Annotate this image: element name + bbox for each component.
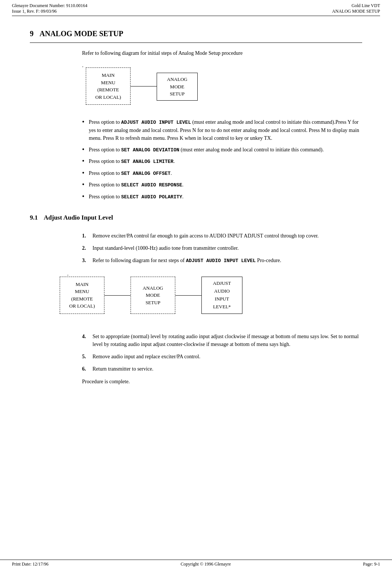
bullet-text-2: Press option to SET ANALOG DEVIATION (mu… <box>89 146 362 154</box>
step-2: 2. Input standard-level (1000-Hz) audio … <box>82 244 362 252</box>
subsection-title: Adjust Audio Input Level <box>44 214 113 221</box>
bullet-item-6: • Press option to SELECT AUDIO POLARITY. <box>82 193 362 201</box>
bullet-dot-5: • <box>82 181 89 189</box>
step-4-num: 4. <box>82 333 92 348</box>
bullet-dot-4: • <box>82 169 89 177</box>
bullet-mono-1: ADJUST AUDIO INPUT LEVEL <box>121 120 191 125</box>
section-title: ANALOG MODE SETUP <box>40 29 123 38</box>
bullet-item-5: • Press option to SELECT AUDIO RESPONSE. <box>82 181 362 189</box>
footer-copyright: Copyright © 1996 Glenayre <box>181 561 231 567</box>
bullet-mono-6: SELECT AUDIO POLARITY <box>121 194 182 200</box>
section-number: 9 <box>30 29 34 38</box>
bullet-mono-3: SET ANALOG LIMITER <box>121 159 173 164</box>
numbered-list: 1. Remove exciter/PA control far enough … <box>82 232 362 265</box>
diagram2-arrow1 <box>104 295 131 296</box>
numbered-list-2: 4. Set to appropriate (normal) level by … <box>82 333 362 373</box>
page-footer: Print Date: 12/17/96 Copyright © 1996 Gl… <box>0 560 392 567</box>
bullet-text-4: Press option to SET ANALOG OFFSET. <box>89 169 362 177</box>
step-6-text: Return transmitter to service. <box>92 365 362 373</box>
step-2-text: Input standard-level (1000-Hz) audio ton… <box>92 244 362 252</box>
diagram2-dot: . <box>67 271 69 277</box>
bullet-text-3: Press option to SET ANALOG LIMITER. <box>89 157 362 166</box>
header-doc-number: Glenayre Document Number: 9110.00164 <box>12 3 87 9</box>
step-1-text: Remove exciter/PA control far enough to … <box>92 232 362 240</box>
step-3-mono: ADJUST AUDIO INPUT LEVEL <box>186 258 255 264</box>
step-3-num: 3. <box>82 256 92 265</box>
bullet-list: • Press option to ADJUST AUDIO INPUT LEV… <box>82 118 362 201</box>
bullet-item-1: • Press option to ADJUST AUDIO INPUT LEV… <box>82 118 362 142</box>
header-issue: Issue 1, Rev. F: 09/03/96 <box>12 9 87 14</box>
bullet-dot-6: • <box>82 193 89 201</box>
bullet-item-3: • Press option to SET ANALOG LIMITER. <box>82 157 362 166</box>
step-4: 4. Set to appropriate (normal) level by … <box>82 333 362 348</box>
step-2-num: 2. <box>82 244 92 252</box>
diagram1-dot: . <box>82 62 84 69</box>
diagram1-main-menu-label: MAINMENU(REMOTEOR LOCAL) <box>86 67 131 105</box>
page-header: Glenayre Document Number: 9110.00164 Iss… <box>0 0 392 16</box>
bullet-dot-2: • <box>82 146 89 154</box>
bullet-item-4: • Press option to SET ANALOG OFFSET. <box>82 169 362 177</box>
main-content: 9 ANALOG MODE SETUP Refer to following d… <box>0 16 392 392</box>
step-6: 6. Return transmitter to service. <box>82 365 362 373</box>
header-section-name: ANALOG MODE SETUP <box>332 9 380 14</box>
diagram1-analog-mode-box: ANALOGMODESETUP <box>157 73 198 101</box>
procedure-complete: Procedure is complete. <box>82 379 362 385</box>
diagram2-adjust-box: ADJUSTAUDIOINPUTLEVEL* <box>201 277 242 314</box>
step-5-text: Remove audio input and replace exciter/P… <box>92 353 362 361</box>
intro-text: Refer to following diagram for initial s… <box>82 50 362 56</box>
step-1: 1. Remove exciter/PA control far enough … <box>82 232 362 240</box>
header-right: Gold Line VDT ANALOG MODE SETUP <box>332 3 380 14</box>
bullet-mono-2: SET ANALOG DEVIATION <box>121 147 179 153</box>
header-product: Gold Line VDT <box>332 3 380 9</box>
diagram-2: . MAINMENU(REMOTEOR LOCAL) ANALOGMODESET… <box>45 271 362 327</box>
diagram2-arrow2 <box>175 295 201 296</box>
step-3: 3. Refer to following diagram for next s… <box>82 256 362 265</box>
bullet-text-5: Press option to SELECT AUDIO RESPONSE. <box>89 181 362 189</box>
step-1-num: 1. <box>82 232 92 240</box>
bullet-dot-3: • <box>82 157 89 166</box>
bullet-mono-5: SELECT AUDIO RESPONSE <box>121 182 182 188</box>
diagram-1: . MAINMENU(REMOTEOR LOCAL) ANALOGMODESET… <box>82 62 362 111</box>
bullet-dot-1: • <box>82 118 89 142</box>
bullet-mono-4: SET ANALOG OFFSET <box>121 171 171 176</box>
bullet-item-2: • Press option to SET ANALOG DEVIATION (… <box>82 146 362 154</box>
bullet-text-6: Press option to SELECT AUDIO POLARITY. <box>89 193 362 201</box>
subsection-number: 9.1 <box>30 214 38 221</box>
step-4-text: Set to appropriate (normal) level by rot… <box>92 333 362 348</box>
section-rule <box>30 42 362 43</box>
step-6-num: 6. <box>82 365 92 373</box>
bullet-text-1: Press option to ADJUST AUDIO INPUT LEVEL… <box>89 118 362 142</box>
footer-page-number: Page: 9-1 <box>363 561 380 567</box>
footer-print-date: Print Date: 12/17/96 <box>12 561 48 567</box>
diagram2-analog-mode-label: ANALOGMODESETUP <box>131 277 175 314</box>
step-5-num: 5. <box>82 353 92 361</box>
step-3-text: Refer to following diagram for next step… <box>92 256 362 265</box>
diagram2-main-menu-label: MAINMENU(REMOTEOR LOCAL) <box>60 277 104 314</box>
header-left: Glenayre Document Number: 9110.00164 Iss… <box>12 3 87 14</box>
step-5: 5. Remove audio input and replace excite… <box>82 353 362 361</box>
diagram1-arrow <box>131 86 157 86</box>
